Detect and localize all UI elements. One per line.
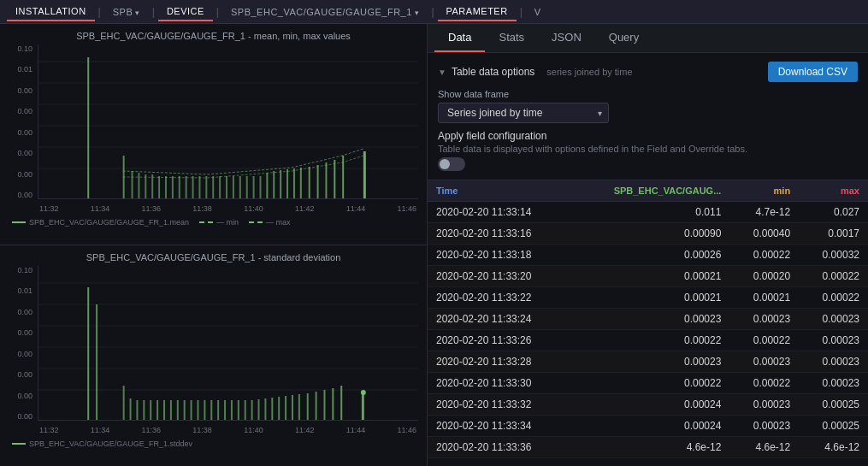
table-body: 2020-02-20 11:33:14 0.011 4.7e-12 0.027 …: [428, 202, 868, 458]
cell-min: 0.00022: [729, 373, 799, 394]
tabs-bar: Data Stats JSON Query: [428, 24, 868, 53]
cell-time: 2020-02-20 11:33:18: [428, 245, 571, 266]
svg-rect-69: [264, 398, 266, 420]
chart1-container: SPB_EHC_VAC/GAUGE/GAUGE_FR_1 - mean, min…: [0, 24, 427, 245]
svg-rect-70: [271, 398, 273, 420]
cell-time: 2020-02-20 11:33:30: [428, 373, 571, 394]
svg-rect-31: [286, 169, 288, 198]
nav-device[interactable]: DEVICE: [158, 3, 213, 21]
svg-rect-49: [130, 398, 132, 420]
col-min-header[interactable]: min: [729, 180, 799, 202]
svg-rect-22: [226, 176, 227, 198]
table-row: 2020-02-20 11:33:34 0.00024 0.00023 0.00…: [428, 416, 868, 437]
nav-spb[interactable]: SPB: [104, 3, 149, 21]
tab-query[interactable]: Query: [595, 24, 652, 52]
nav-gauge[interactable]: SPB_EHC_VAC/GAUGE/GAUGE_FR_1: [222, 3, 428, 21]
nav-parameter[interactable]: PARAMETER: [438, 3, 517, 21]
cell-spb: 4.6e-12: [571, 437, 730, 458]
chart1-title: SPB_EHC_VAC/GAUGE/GAUGE_FR_1 - mean, min…: [9, 31, 418, 41]
svg-rect-35: [317, 165, 319, 198]
svg-rect-68: [258, 399, 260, 420]
table-row: 2020-02-20 11:33:36 4.6e-12 4.6e-12 4.6e…: [428, 437, 868, 458]
cell-time: 2020-02-20 11:33:36: [428, 437, 571, 458]
col-time-header[interactable]: Time: [428, 180, 571, 202]
cell-min: 4.6e-12: [729, 437, 799, 458]
toggle-knob: [440, 159, 450, 169]
svg-rect-50: [136, 400, 138, 420]
col-max-header[interactable]: max: [799, 180, 868, 202]
svg-rect-19: [205, 176, 207, 198]
svg-rect-46: [87, 287, 89, 420]
svg-rect-58: [191, 400, 192, 420]
cell-spb: 0.00021: [571, 266, 730, 287]
cell-max: 0.00025: [799, 394, 868, 416]
cell-time: 2020-02-20 11:33:14: [428, 202, 571, 223]
chart2-x-axis: 11:32 11:34 11:36 11:38 11:40 11:42 11:4…: [38, 422, 418, 438]
table-row: 2020-02-20 11:33:18 0.00026 0.00022 0.00…: [428, 245, 868, 266]
svg-rect-59: [197, 400, 198, 420]
chart1-x-axis: 11:32 11:34 11:36 11:38 11:40 11:42 11:4…: [38, 201, 418, 216]
chart2-area: 0.10 0.01 0.00 0.00 0.00 0.00 0.00 0.00: [9, 266, 418, 438]
col-spb-header[interactable]: SPB_EHC_VAC/GAUG...: [571, 180, 730, 202]
chart2-y-axis: 0.10 0.01 0.00 0.00 0.00 0.00 0.00 0.00: [9, 266, 36, 421]
svg-rect-73: [292, 395, 293, 420]
cell-max: 4.6e-12: [799, 437, 868, 458]
legend-mean: SPB_EHC_VAC/GAUGE/GAUGE_FR_1.mean: [12, 218, 189, 227]
chart1-y-axis: 0.10 0.01 0.00 0.00 0.00 0.00 0.00 0.00: [9, 44, 36, 199]
legend-mean-label: SPB_EHC_VAC/GAUGE/GAUGE_FR_1.mean: [29, 218, 189, 227]
svg-rect-54: [163, 400, 165, 420]
svg-rect-75: [307, 393, 309, 420]
svg-rect-10: [145, 174, 146, 198]
svg-rect-74: [298, 394, 300, 420]
svg-rect-8: [132, 171, 133, 198]
chart2-container: SPB_EHC_VAC/GAUGE/GAUGE_FR_1 - standard …: [0, 245, 427, 466]
legend-max: — max: [249, 218, 291, 227]
legend-min: — min: [199, 218, 239, 227]
svg-rect-18: [198, 176, 200, 198]
data-table-wrapper[interactable]: Time SPB_EHC_VAC/GAUG... min max 2020-02…: [428, 180, 868, 466]
svg-rect-39: [363, 151, 366, 198]
chart2-plot: [38, 266, 418, 421]
svg-rect-47: [96, 304, 97, 420]
tab-stats[interactable]: Stats: [485, 24, 538, 52]
nav-sep-4: |: [429, 6, 435, 18]
legend-max-line: [249, 221, 263, 223]
cell-min: 0.00021: [729, 287, 799, 309]
table-row: 2020-02-20 11:33:22 0.00021 0.00021 0.00…: [428, 287, 868, 309]
tab-data[interactable]: Data: [434, 24, 485, 52]
show-data-frame-label: Show data frame: [438, 89, 858, 99]
svg-rect-25: [246, 176, 248, 198]
apply-field-config-desc: Table data is displayed with options def…: [438, 144, 858, 154]
download-csv-button[interactable]: Download CSV: [768, 62, 858, 82]
svg-rect-29: [273, 171, 275, 198]
table-options-label: Table data options: [452, 66, 534, 78]
svg-rect-36: [325, 162, 327, 198]
tab-json[interactable]: JSON: [538, 24, 595, 52]
cell-min: 0.00023: [729, 416, 799, 437]
nav-installation[interactable]: INSTALLATION: [7, 3, 95, 21]
svg-rect-65: [238, 400, 239, 420]
chart1-area: 0.10 0.01 0.00 0.00 0.00 0.00 0.00 0.00: [9, 44, 418, 216]
cell-time: 2020-02-20 11:33:26: [428, 330, 571, 351]
nav-sep-3: |: [215, 6, 221, 18]
svg-rect-56: [177, 400, 179, 420]
nav-v[interactable]: V: [526, 3, 550, 21]
collapse-icon[interactable]: ▼: [438, 68, 446, 77]
data-frame-select[interactable]: Series joined by time All series individ…: [438, 103, 609, 123]
chart2-svg: [38, 266, 418, 420]
cell-time: 2020-02-20 11:33:24: [428, 309, 571, 330]
cell-spb: 0.00024: [571, 394, 730, 416]
svg-rect-66: [245, 400, 246, 420]
svg-rect-17: [192, 176, 194, 198]
legend-stddev-label: SPB_EHC_VAC/GAUGE/GAUGE_FR_1.stddev: [29, 439, 192, 448]
svg-rect-32: [293, 168, 295, 198]
cell-min: 0.00022: [729, 245, 799, 266]
cell-max: 0.00023: [799, 351, 868, 373]
cell-min: 0.00023: [729, 351, 799, 373]
cell-max: 0.00022: [799, 266, 868, 287]
apply-field-config-toggle[interactable]: [438, 157, 465, 171]
cell-spb: 0.00024: [571, 416, 730, 437]
legend-mean-line: [12, 221, 26, 223]
cell-spb: 0.00022: [571, 330, 730, 351]
cell-spb: 0.00022: [571, 373, 730, 394]
